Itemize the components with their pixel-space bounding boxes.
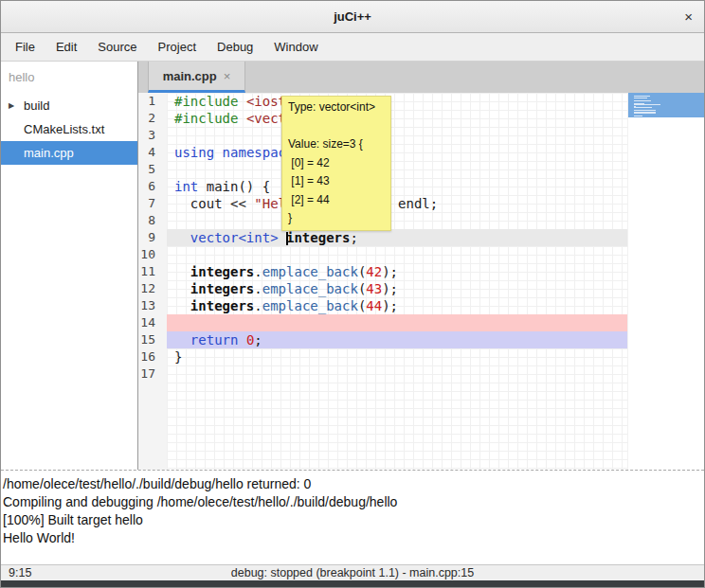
code-line-content[interactable]: using namespace std; xyxy=(167,144,629,161)
line-number[interactable]: 2 xyxy=(138,110,167,127)
editor-pane: main.cpp × 1#include <iostream>2#include… xyxy=(138,62,704,470)
tooltip-line: Type: vector<int> xyxy=(288,98,385,117)
tab-main-cpp[interactable]: main.cpp × xyxy=(148,62,245,93)
code-line[interactable]: 5 xyxy=(138,161,704,178)
code-line[interactable]: 9 vector<int> integers; xyxy=(138,229,704,246)
code-line-content[interactable]: integers.emplace_back(44); xyxy=(167,297,629,314)
code-line[interactable]: 17 xyxy=(138,365,704,383)
minimap-code-line xyxy=(634,100,651,101)
line-number[interactable]: 4 xyxy=(138,144,167,161)
line-number[interactable]: 9 xyxy=(138,229,167,246)
debug-value-tooltip: Type: vector<int> Value: size=3 { [0] = … xyxy=(281,96,391,231)
code-line-content[interactable] xyxy=(167,161,629,178)
line-number[interactable]: 6 xyxy=(138,178,167,195)
main-area: hello ▶buildCMakeLists.txtmain.cpp main.… xyxy=(1,62,704,470)
code-lines: 1#include <iostream>2#include <vector>34… xyxy=(138,93,704,383)
code-line[interactable]: 13 integers.emplace_back(44); xyxy=(138,297,704,314)
line-number[interactable]: 17 xyxy=(138,365,167,383)
code-line-content[interactable]: vector<int> integers; xyxy=(167,229,629,246)
line-number[interactable]: 10 xyxy=(138,246,167,263)
menu-item-edit[interactable]: Edit xyxy=(45,35,87,59)
tooltip-line: } xyxy=(288,209,385,228)
project-name: hello xyxy=(1,62,137,94)
minimap-code-line xyxy=(634,104,660,105)
terminal-line: [100%] Built target hello xyxy=(3,511,702,529)
code-line-content[interactable]: cout << "Hello World!" << endl; xyxy=(167,195,629,212)
code-line-content[interactable]: #include <iostream> xyxy=(167,93,629,110)
minimap-code-line xyxy=(634,98,647,98)
code-line[interactable]: 2#include <vector> xyxy=(138,110,704,127)
code-line[interactable]: 6int main() { xyxy=(138,178,704,195)
code-line-content[interactable]: integers.emplace_back(43); xyxy=(167,280,629,297)
menu-item-project[interactable]: Project xyxy=(148,35,207,59)
expander-icon: ▶ xyxy=(9,101,24,110)
minimap-code-line xyxy=(634,113,656,114)
code-line-content[interactable] xyxy=(167,127,629,144)
line-number[interactable]: 3 xyxy=(138,127,167,144)
tooltip-line: [1] = 43 xyxy=(288,172,385,191)
window-bottom-edge xyxy=(1,580,704,587)
code-line-content[interactable] xyxy=(167,246,629,263)
window-title: juCi++ xyxy=(334,9,371,24)
line-number[interactable]: 1 xyxy=(138,93,167,110)
code-line-content[interactable]: integers.emplace_back(42); xyxy=(167,263,629,280)
code-line[interactable]: 3 xyxy=(138,127,704,144)
code-line-content[interactable] xyxy=(167,365,629,383)
code-line[interactable]: 1#include <iostream> xyxy=(138,93,704,110)
minimap-scrollbar[interactable] xyxy=(627,93,704,470)
menu-bar: FileEditSourceProjectDebugWindow xyxy=(1,33,704,62)
minimap-code-line xyxy=(634,107,652,108)
line-number[interactable]: 5 xyxy=(138,161,167,178)
minimap-code-line xyxy=(634,117,636,118)
menu-item-debug[interactable]: Debug xyxy=(207,35,263,59)
line-number[interactable]: 7 xyxy=(138,195,167,212)
file-tree: ▶buildCMakeLists.txtmain.cpp xyxy=(1,94,137,165)
line-number[interactable]: 8 xyxy=(138,212,167,229)
close-icon[interactable]: × xyxy=(684,9,693,26)
menu-item-file[interactable]: File xyxy=(5,35,45,59)
code-line[interactable]: 16} xyxy=(138,348,704,365)
code-line[interactable]: 15 return 0; xyxy=(138,331,704,348)
terminal-line: /home/olece/test/hello/./build/debug/hel… xyxy=(3,475,702,493)
code-line[interactable]: 8 xyxy=(138,212,704,229)
code-line[interactable]: 10 xyxy=(138,246,704,263)
line-number[interactable]: 15 xyxy=(138,331,167,348)
code-line-content[interactable]: return 0; xyxy=(167,331,629,348)
tab-bar: main.cpp × xyxy=(138,62,704,93)
line-number[interactable]: 16 xyxy=(138,348,167,365)
tab-label: main.cpp xyxy=(163,69,217,83)
app-window: juCi++ × FileEditSourceProjectDebugWindo… xyxy=(0,0,705,588)
line-number[interactable]: 11 xyxy=(138,263,167,280)
file-tree-sidebar: hello ▶buildCMakeLists.txtmain.cpp xyxy=(1,62,138,470)
code-line-content[interactable]: } xyxy=(167,348,629,365)
line-number[interactable]: 13 xyxy=(138,297,167,314)
sidebar-item-build[interactable]: ▶build xyxy=(1,94,137,117)
code-line-content[interactable]: int main() { xyxy=(167,178,629,195)
code-line[interactable]: 11 integers.emplace_back(42); xyxy=(138,263,704,280)
terminal-output[interactable]: /home/olece/test/hello/./build/debug/hel… xyxy=(1,472,704,564)
code-line-content[interactable]: #include <vector> xyxy=(167,110,629,127)
code-editor[interactable]: 1#include <iostream>2#include <vector>34… xyxy=(138,93,704,470)
code-line[interactable]: 14 xyxy=(138,314,704,331)
line-number[interactable]: 14 xyxy=(138,314,167,331)
debug-status: debug: stopped (breakpoint 1.1) - main.c… xyxy=(1,566,704,579)
tooltip-line xyxy=(288,117,385,136)
sidebar-item-label: main.cpp xyxy=(24,146,74,160)
code-line-content[interactable] xyxy=(167,212,629,229)
code-line-content[interactable] xyxy=(167,314,629,331)
sidebar-item-cmakelists-txt[interactable]: CMakeLists.txt xyxy=(1,117,137,141)
menu-item-window[interactable]: Window xyxy=(263,35,328,59)
code-line[interactable]: 12 integers.emplace_back(43); xyxy=(138,280,704,297)
line-number[interactable]: 12 xyxy=(138,280,167,297)
code-line[interactable]: 4using namespace std; xyxy=(138,144,704,161)
sidebar-item-label: build xyxy=(24,98,49,113)
status-bar: 9:15 debug: stopped (breakpoint 1.1) - m… xyxy=(1,564,704,580)
tab-close-icon[interactable]: × xyxy=(224,69,231,83)
tooltip-line: [0] = 42 xyxy=(288,154,385,173)
code-line[interactable]: 7 cout << "Hello World!" << endl; xyxy=(138,195,704,212)
sidebar-item-label: CMakeLists.txt xyxy=(24,122,104,136)
minimap-viewport[interactable] xyxy=(628,93,704,117)
sidebar-item-main-cpp[interactable]: main.cpp xyxy=(1,141,137,165)
menu-item-source[interactable]: Source xyxy=(87,35,147,59)
terminal-line: Compiling and debugging /home/olece/test… xyxy=(3,493,702,511)
